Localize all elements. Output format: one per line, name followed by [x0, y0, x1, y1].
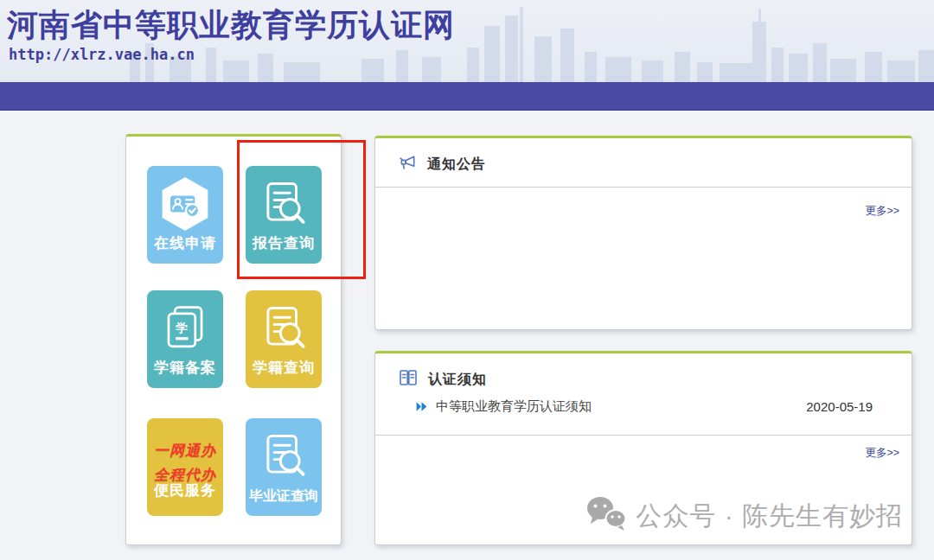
- wechat-icon: [585, 495, 627, 538]
- tile-label: 学籍查询: [246, 358, 322, 378]
- panel-title: 通知公告: [427, 156, 486, 174]
- certification-notice-panel: 认证须知 中等职业教育学历认证须知 2020-05-19 更多>>: [374, 351, 912, 545]
- divider: [375, 435, 912, 436]
- nav-bar: [0, 82, 934, 111]
- id-badge-icon: [147, 175, 223, 232]
- tile-student-record-filing[interactable]: 学 学籍备案: [147, 290, 223, 388]
- site-header: 河南省中等职业教育学历认证网 http://xlrz.vae.ha.cn: [0, 0, 934, 82]
- notice-announcements-panel: 通知公告 更多>>: [374, 136, 912, 330]
- doc-search-icon: [246, 300, 322, 357]
- quick-actions-card: 在线申请 报告查询 学 学籍备案: [125, 134, 342, 545]
- more-link[interactable]: 更多>>: [865, 204, 899, 219]
- tile-slogans: 一网通办 全程代办: [147, 418, 223, 487]
- watermark: 公众号 · 陈先生有妙招: [585, 495, 903, 538]
- site-title: 河南省中等职业教育学历认证网: [7, 4, 455, 47]
- tile-label: 学籍备案: [147, 358, 223, 378]
- watermark-text: 公众号 · 陈先生有妙招: [636, 499, 903, 534]
- tile-citizen-services[interactable]: 一网通办 全程代办 便民服务: [147, 418, 223, 516]
- divider: [375, 187, 912, 188]
- tile-label: 便民服务: [147, 480, 223, 500]
- icon-char: 学: [176, 321, 189, 334]
- megaphone-icon: [398, 153, 418, 176]
- stacked-docs-icon: 学: [147, 300, 223, 357]
- notice-date: 2020-05-19: [806, 399, 873, 414]
- tile-label: 报告查询: [246, 233, 322, 253]
- more-link[interactable]: 更多>>: [865, 446, 899, 461]
- panel-title: 认证须知: [428, 371, 487, 389]
- tile-online-apply[interactable]: 在线申请: [147, 166, 223, 264]
- site-url: http://xlrz.vae.ha.cn: [9, 46, 195, 63]
- slogan-line: 一网通办: [147, 439, 223, 463]
- open-book-icon: [398, 368, 419, 391]
- tile-label: 毕业证查询: [246, 487, 322, 506]
- doc-search-icon: [246, 428, 322, 485]
- list-item[interactable]: 中等职业教育学历认证须知 2020-05-19: [415, 398, 873, 415]
- panel-header: 通知公告: [375, 138, 912, 176]
- panel-header: 认证须知: [375, 353, 912, 391]
- double-chevron-icon: [415, 400, 428, 413]
- tile-student-record-query[interactable]: 学籍查询: [246, 290, 322, 388]
- notice-title[interactable]: 中等职业教育学历认证须知: [436, 398, 592, 415]
- tile-diploma-query[interactable]: 毕业证查询: [246, 418, 322, 516]
- tile-label: 在线申请: [147, 233, 223, 253]
- doc-search-icon: [246, 175, 322, 232]
- tile-report-query[interactable]: 报告查询: [246, 166, 322, 264]
